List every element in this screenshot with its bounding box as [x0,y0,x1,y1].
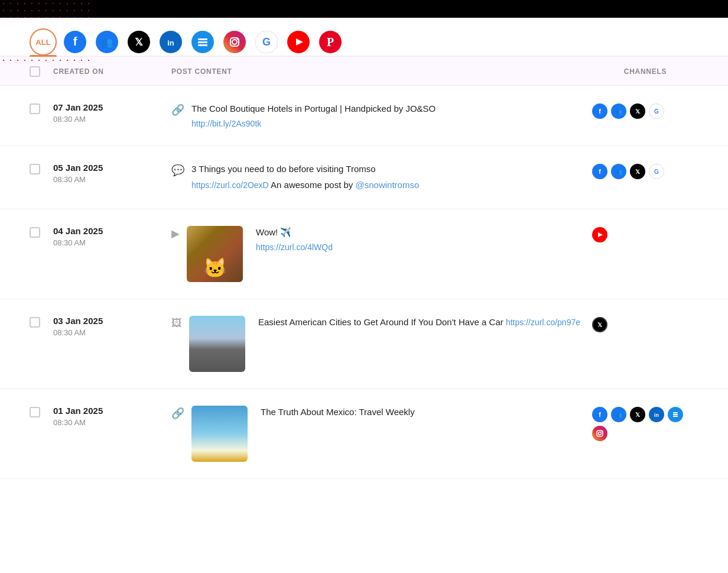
row1-date: 07 Jan 2025 08:30 AM [53,102,171,124]
svg-marker-30 [598,232,603,237]
row3-thumbnail [187,226,243,282]
tab-google[interactable]: G [253,28,280,56]
row1-checkbox[interactable] [30,103,40,114]
channel-linkedin-icon: in [649,407,664,422]
row4-title: Easiest American Cities to Get Around If… [258,317,503,327]
row1-date-time: 08:30 AM [53,115,171,124]
instagram-icon [223,31,246,53]
row5-date-time: 08:30 AM [53,418,171,427]
channel-x-icon: 𝕏 [630,407,645,422]
row2-text: 3 Things you need to do before visiting … [191,163,592,192]
row5-channels: f 👥 𝕏 in [592,406,698,441]
tab-linkedin[interactable]: in [157,28,184,56]
tab-buffer[interactable] [189,28,216,56]
tab-twitter[interactable]: 𝕏 [125,28,152,56]
row2-suffix: An awesome post by [271,180,355,190]
channel-groups-icon: 👥 [611,407,626,422]
svg-text:G: G [654,169,659,175]
svg-rect-37 [673,414,678,415]
row1-channels: f 👥 𝕏 G [592,102,698,119]
channel-facebook-icon: f [592,164,607,179]
row2-inline-link[interactable]: https://zurl.co/2OexD [191,180,269,190]
row2-inline: https://zurl.co/2OexD An awesome post by… [191,179,592,192]
svg-text:𝕏: 𝕏 [635,169,641,175]
row2-date: 05 Jan 2025 08:30 AM [53,163,171,184]
svg-point-41 [601,431,602,432]
row5-content: 🔗 The Truth About Mexico: Travel Weekly [171,406,592,462]
row4-thumbnail [189,316,245,372]
svg-text:👥: 👥 [616,169,623,176]
groups-icon: 👥 [96,31,118,53]
text-icon: 💬 [171,164,184,177]
svg-text:G: G [654,108,659,115]
linkedin-icon: in [160,31,182,53]
channel-google-icon: G [649,103,664,119]
select-all-checkbox[interactable] [30,66,40,77]
all-icon: ALL [30,28,57,56]
tab-facebook[interactable]: f [61,28,89,56]
buffer-icon [191,31,214,53]
svg-text:👥: 👥 [616,412,623,419]
row3-content: ▶ Wow! ✈️ https://zurl.co/4lWQd [171,226,592,282]
tab-groups[interactable]: 👥 [93,28,121,56]
svg-point-15 [237,38,239,40]
channel-tabs: ALL f 👥 𝕏 in [0,18,728,57]
row5-date: 01 Jan 2025 08:30 AM [53,406,171,427]
row3-text: Wow! ✈️ https://zurl.co/4lWQd [256,226,592,252]
channel-x-icon: 𝕏 [592,317,607,332]
row4-content: 🖼 Easiest American Cities to Get Around … [171,316,592,372]
row2-title: 3 Things you need to do before visiting … [191,163,592,175]
svg-text:in: in [167,38,174,47]
row2-mention: @snowintromso [355,180,419,190]
row3-title: Wow! ✈️ [256,226,592,238]
row3-date: 04 Jan 2025 08:30 AM [53,226,171,247]
channel-google-icon: G [649,164,664,179]
row5-text: The Truth About Mexico: Travel Weekly [261,406,592,422]
table-row: 05 Jan 2025 08:30 AM 💬 3 Things you need… [0,146,728,209]
channel-x-icon: 𝕏 [630,164,645,179]
svg-text:f: f [599,168,601,175]
created-on-header: CREATED ON [53,67,104,76]
row4-date: 03 Jan 2025 08:30 AM [53,316,171,337]
row3-checkbox[interactable] [30,227,40,238]
tab-instagram[interactable] [221,28,248,56]
row3-link[interactable]: https://zurl.co/4lWQd [256,242,333,252]
tab-all[interactable]: ALL [30,28,57,56]
tab-youtube[interactable] [285,28,312,56]
link-icon: 🔗 [171,407,184,420]
channel-instagram-icon [592,426,607,441]
row5-thumbnail [191,406,248,462]
svg-text:P: P [327,35,334,48]
post-content-header: POST CONTENT [171,67,232,76]
row3-channels [592,226,698,242]
row2-date-primary: 05 Jan 2025 [53,163,171,173]
channels-header: CHANNELS [624,67,667,76]
row2-checkbox[interactable] [30,164,40,174]
table-row: 03 Jan 2025 08:30 AM 🖼 Easiest American … [0,299,728,389]
svg-text:𝕏: 𝕏 [597,322,603,328]
svg-text:f: f [599,108,601,115]
video-icon: ▶ [171,227,180,240]
table-header: CREATED ON POST CONTENT CHANNELS [0,57,728,86]
row4-date-primary: 03 Jan 2025 [53,316,171,326]
svg-text:𝕏: 𝕏 [635,108,641,115]
row4-checkbox[interactable] [30,317,40,328]
svg-text:𝕏: 𝕏 [635,412,641,418]
channel-groups-icon: 👥 [611,103,626,119]
row1-link[interactable]: http://bit.ly/2As90tk [191,119,261,128]
svg-rect-11 [198,44,207,46]
channel-facebook-icon: f [592,103,607,119]
row1-text: The Cool Boutique Hotels in Portugal | H… [191,102,592,129]
channel-x-icon: 𝕏 [630,103,645,119]
row5-checkbox[interactable] [30,407,40,417]
row5-title: The Truth About Mexico: Travel Weekly [261,406,592,418]
row2-date-time: 08:30 AM [53,175,171,184]
tab-pinterest[interactable]: P [317,28,344,56]
row2-content: 💬 3 Things you need to do before visitin… [171,163,592,192]
svg-text:𝕏: 𝕏 [135,37,143,48]
row5-date-primary: 01 Jan 2025 [53,406,171,416]
svg-point-12 [223,31,246,53]
top-bar [0,0,728,18]
svg-text:f: f [73,35,77,48]
row4-link[interactable]: https://zurl.co/pn97e [506,318,580,327]
